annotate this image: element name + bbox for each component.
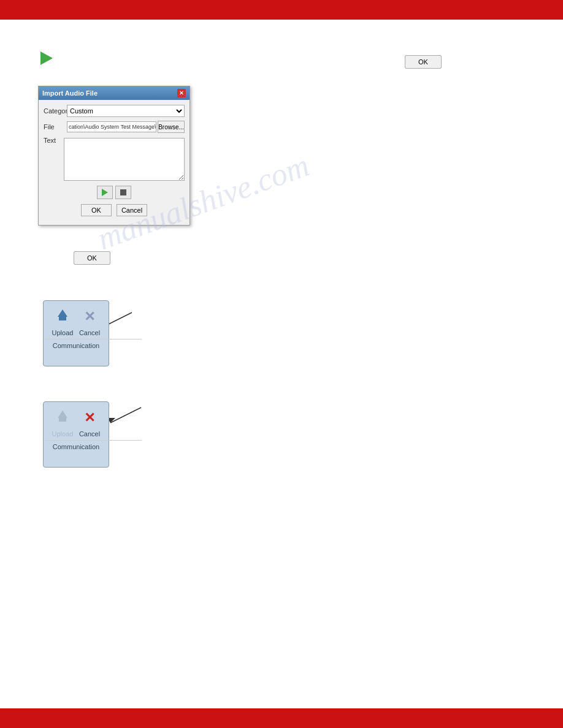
ok-button-mid[interactable]: OK <box>74 251 110 265</box>
svg-rect-2 <box>59 317 66 320</box>
tile-bottom-label-2: Communication <box>53 443 99 450</box>
dialog-action-buttons: OK Cancel <box>44 204 185 220</box>
tile-separator-2 <box>44 440 142 441</box>
stop-button[interactable] <box>115 186 131 199</box>
tile-icons-row-1: Upload ✕ Cancel <box>52 306 101 336</box>
play-icon-top[interactable] <box>40 51 54 65</box>
cancel-icon-1: ✕ <box>79 306 101 328</box>
arrow-annotation-2 <box>104 404 153 429</box>
cancel-icon-wrap-1[interactable]: ✕ Cancel <box>79 306 101 336</box>
tile-upload-active: Upload ✕ Cancel Communication <box>43 300 109 366</box>
dialog-body: Category Custom File cation\Audio System… <box>39 100 190 225</box>
ok-label-mid: OK <box>87 254 97 262</box>
category-row: Category Custom <box>44 105 185 117</box>
browse-button[interactable]: Browse... <box>158 121 185 133</box>
tile-icons-row-2: Upload ✕ Cancel <box>52 407 101 438</box>
tile-separator-1 <box>44 339 142 339</box>
file-row: File cation\Audio System Test Message\AF… <box>44 121 185 133</box>
file-input[interactable]: cation\Audio System Test Message\AFSI.wa… <box>67 121 156 132</box>
ok-label-top: OK <box>418 58 428 66</box>
upload-icon-1 <box>52 306 74 328</box>
bottom-bar <box>0 708 563 728</box>
file-label: File <box>44 123 67 131</box>
cancel-label-2: Cancel <box>79 430 100 438</box>
svg-line-4 <box>110 408 141 423</box>
tile-bottom-label-1: Communication <box>53 342 99 349</box>
svg-rect-6 <box>59 418 66 422</box>
top-bar <box>0 0 563 20</box>
text-row: Text <box>44 137 185 181</box>
ok-button-top[interactable]: OK <box>405 55 442 69</box>
text-label: Text <box>44 137 64 144</box>
text-area[interactable] <box>64 138 185 181</box>
upload-label-2: Upload <box>52 430 74 438</box>
svg-marker-7 <box>58 411 67 418</box>
dialog-titlebar: Import Audio File ✕ <box>39 86 190 100</box>
tile-box-2: Upload ✕ Cancel Communication <box>43 401 109 468</box>
upload-icon-wrap-2[interactable]: Upload <box>52 407 74 438</box>
stop-icon <box>120 189 126 195</box>
svg-marker-3 <box>58 309 67 317</box>
dialog-title: Import Audio File <box>42 89 98 97</box>
tile-box-1: Upload ✕ Cancel Communication <box>43 300 109 366</box>
cancel-icon-wrap-2[interactable]: ✕ Cancel <box>79 407 101 438</box>
play-button[interactable] <box>97 186 113 199</box>
dialog-close-button[interactable]: ✕ <box>177 89 186 97</box>
dialog-cancel-button[interactable]: Cancel <box>117 204 147 216</box>
play-icon <box>102 189 108 196</box>
upload-icon-wrap-1[interactable]: Upload <box>52 306 74 336</box>
playback-controls <box>44 186 185 199</box>
cancel-icon-2: ✕ <box>79 407 101 429</box>
upload-label-1: Upload <box>52 329 74 336</box>
cancel-label-1: Cancel <box>79 329 100 336</box>
import-audio-dialog: Import Audio File ✕ Category Custom File… <box>38 86 190 226</box>
category-select[interactable]: Custom <box>67 105 185 117</box>
upload-icon-2 <box>52 407 74 429</box>
tile-cancel-active: Upload ✕ Cancel Communication <box>43 401 109 468</box>
category-label: Category <box>44 107 67 115</box>
dialog-ok-button[interactable]: OK <box>81 204 112 216</box>
